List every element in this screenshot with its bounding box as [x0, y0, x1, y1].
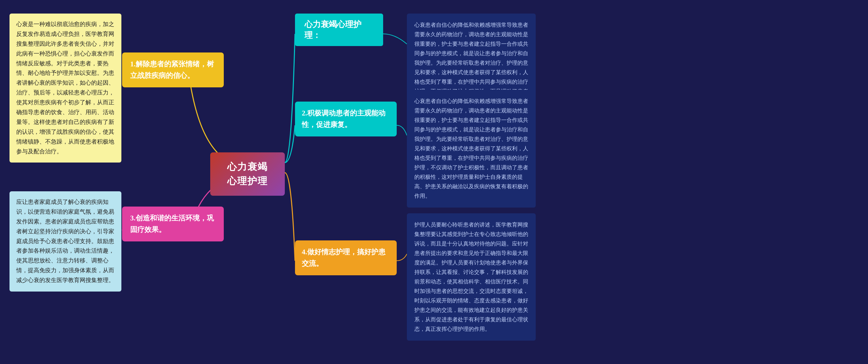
- mindmap-container: 心力衰竭心理护理 心衰是一种难以彻底治愈的疾病，加之反复发作易造成心理负担，医学…: [0, 0, 868, 364]
- branch2-label: 2.积极调动患者的主观能动性，促进康复。: [302, 109, 386, 129]
- right-branch-2: 2.积极调动患者的主观能动性，促进康复。: [295, 102, 397, 136]
- right-text-2-content: 心衰患者自信心的降低和依赖感增强常导致患者需要永久的药物治疗，调动患者的主观能动…: [414, 98, 528, 199]
- left-bottom-text: 应让患者家庭成员了解心衰的疾病知识，以便营造和谐的家庭气氛，避免易发作因素。患者…: [16, 199, 114, 283]
- branch-node-1: 1.解除患者的紧张情绪，树立战胜疾病的信心。: [122, 52, 224, 87]
- right-header-label: 心力衰竭心理护理：: [304, 20, 361, 40]
- left-top-textbox: 心衰是一种难以彻底治愈的疾病，加之反复发作易造成心理负担，医学教育网搜集整理因此…: [9, 14, 121, 163]
- left-top-text: 心衰是一种难以彻底治愈的疾病，加之反复发作易造成心理负担，医学教育网搜集整理因此…: [16, 21, 114, 155]
- right-header: 心力衰竭心理护理：: [295, 14, 383, 46]
- right-text-box-2: 心衰患者自信心的降低和依赖感增强常导致患者需要永久的药物治疗，调动患者的主观能动…: [407, 90, 536, 208]
- branch3-label: 3.创造和谐的生活环境，巩固疗效果。: [130, 214, 214, 234]
- branch-node-3: 3.创造和谐的生活环境，巩固疗效果。: [122, 207, 224, 241]
- branch1-label: 1.解除患者的紧张情绪，树立战胜疾病的信心。: [130, 60, 214, 80]
- right-text-4-content: 护理人员要耐心聆听患者的讲述，医学教育网搜集整理要让其感觉到护士在专心致志地倾听…: [414, 222, 528, 332]
- right-branch-4: 4.做好情志护理，搞好护患交流。: [295, 240, 397, 275]
- left-bottom-textbox: 应让患者家庭成员了解心衰的疾病知识，以便营造和谐的家庭气氛，避免易发作因素。患者…: [9, 191, 121, 292]
- branch4-label: 4.做好情志护理，搞好护患交流。: [302, 248, 386, 267]
- center-node: 心力衰竭心理护理: [210, 152, 285, 196]
- center-label: 心力衰竭心理护理: [227, 162, 268, 186]
- right-text-box-4: 护理人员要耐心聆听患者的讲述，医学教育网搜集整理要让其感觉到护士在专心致志地倾听…: [407, 213, 536, 341]
